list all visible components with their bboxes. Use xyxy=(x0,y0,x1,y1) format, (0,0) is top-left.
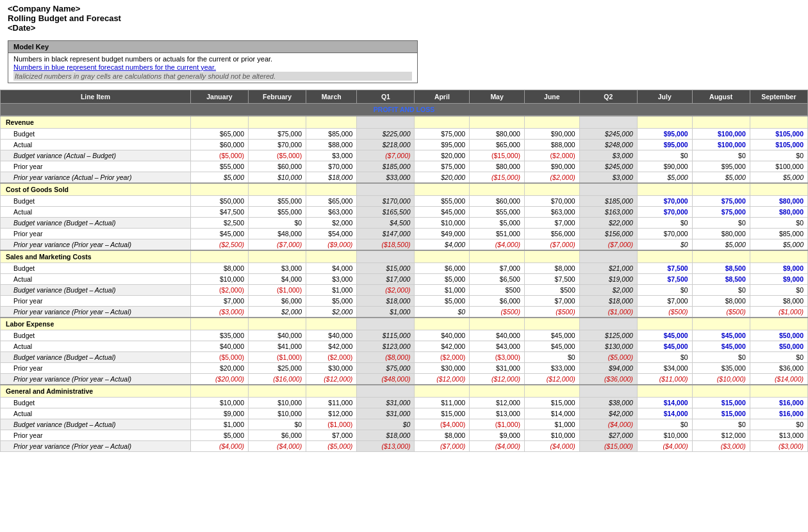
value-cell: $15,000 xyxy=(692,408,750,419)
value-cell: $22,000 xyxy=(579,218,637,229)
section-title-1: Cost of Goods Sold xyxy=(1,183,191,196)
value-cell: $9,000 xyxy=(470,430,525,441)
line-item-label: Actual xyxy=(1,408,191,419)
table-row: Budget$10,000$10,000$11,000$31,000$11,00… xyxy=(1,398,808,408)
value-cell: $5,000 xyxy=(190,430,248,441)
empty-cell xyxy=(415,250,470,263)
value-cell: ($3,000) xyxy=(190,307,248,318)
value-cell: $3,000 xyxy=(579,172,637,184)
empty-cell xyxy=(750,318,807,330)
value-cell: $70,000 xyxy=(637,196,692,207)
value-cell: ($4,000) xyxy=(470,239,525,251)
value-cell: $50,000 xyxy=(190,196,248,207)
line-item-label: Budget variance (Budget – Actual) xyxy=(1,218,191,229)
value-cell: $8,500 xyxy=(692,263,750,274)
empty-cell xyxy=(637,183,692,196)
table-row: Prior year$45,000$48,000$54,000$147,000$… xyxy=(1,229,808,239)
value-cell: $51,000 xyxy=(470,229,525,239)
value-cell: $65,000 xyxy=(470,140,525,150)
value-cell: $1,000 xyxy=(415,285,470,296)
value-cell: $4,000 xyxy=(306,263,357,274)
col-january: January xyxy=(190,90,248,104)
value-cell: $42,000 xyxy=(415,341,470,352)
line-item-label: Budget xyxy=(1,196,191,207)
value-cell: $50,000 xyxy=(750,341,807,352)
value-cell: ($8,000) xyxy=(357,352,415,363)
empty-cell xyxy=(357,116,415,129)
value-cell: $245,000 xyxy=(579,129,637,140)
value-cell: $60,000 xyxy=(470,196,525,207)
value-cell: ($2,000) xyxy=(357,285,415,296)
value-cell: $5,000 xyxy=(306,296,357,307)
section-title-2: Sales and Marketing Costs xyxy=(1,250,191,263)
value-cell: $33,000 xyxy=(357,172,415,184)
value-cell: $3,000 xyxy=(579,150,637,161)
value-cell: $50,000 xyxy=(750,330,807,341)
table-row: Prior year$7,000$6,000$5,000$18,000$5,00… xyxy=(1,296,808,307)
empty-cell xyxy=(306,183,357,196)
empty-cell xyxy=(692,318,750,330)
value-cell: $63,000 xyxy=(306,207,357,218)
table-row: Prior year$5,000$6,000$7,000$18,000$8,00… xyxy=(1,430,808,441)
value-cell: $3,000 xyxy=(306,150,357,161)
empty-cell xyxy=(524,183,579,196)
value-cell: ($12,000) xyxy=(524,374,579,385)
empty-cell xyxy=(750,116,807,129)
value-cell: $5,000 xyxy=(190,172,248,184)
line-item-label: Budget xyxy=(1,129,191,140)
value-cell: $10,000 xyxy=(190,274,248,285)
value-cell: ($15,000) xyxy=(579,441,637,452)
model-key-line2: Numbers in blue represent forecast numbe… xyxy=(13,63,412,71)
value-cell: $14,000 xyxy=(637,408,692,419)
value-cell: ($3,000) xyxy=(470,352,525,363)
value-cell: ($12,000) xyxy=(415,374,470,385)
line-item-label: Prior year xyxy=(1,363,191,374)
line-item-label: Prior year variance (Prior year – Actual… xyxy=(1,441,191,452)
empty-cell xyxy=(190,385,248,398)
value-cell: $1,000 xyxy=(190,419,248,430)
value-cell: $80,000 xyxy=(692,229,750,239)
value-cell: $75,000 xyxy=(415,129,470,140)
value-cell: ($4,000) xyxy=(415,419,470,430)
value-cell: $45,000 xyxy=(524,330,579,341)
value-cell: $0 xyxy=(692,419,750,430)
model-key-header: Model Key xyxy=(8,41,417,53)
empty-cell xyxy=(190,183,248,196)
value-cell: ($5,000) xyxy=(190,352,248,363)
value-cell: $40,000 xyxy=(415,330,470,341)
empty-cell xyxy=(524,318,579,330)
empty-cell xyxy=(750,250,807,263)
value-cell: $20,000 xyxy=(190,363,248,374)
value-cell: $36,000 xyxy=(750,363,807,374)
value-cell: $185,000 xyxy=(357,161,415,172)
line-item-label: Prior year variance (Prior year – Actual… xyxy=(1,374,191,385)
empty-cell xyxy=(524,385,579,398)
value-cell: $56,000 xyxy=(524,229,579,239)
value-cell: $11,000 xyxy=(415,398,470,408)
value-cell: $2,000 xyxy=(249,307,306,318)
line-item-label: Budget variance (Budget – Actual) xyxy=(1,419,191,430)
value-cell: ($3,000) xyxy=(750,441,807,452)
value-cell: $48,000 xyxy=(249,229,306,239)
table-row: Prior year variance (Prior year – Actual… xyxy=(1,441,808,452)
model-key-line1: Numbers in black represent budget number… xyxy=(13,55,412,63)
value-cell: $40,000 xyxy=(470,330,525,341)
value-cell: ($2,000) xyxy=(306,352,357,363)
main-table-wrapper: Line Item January February March Q1 Apri… xyxy=(0,90,808,452)
empty-cell xyxy=(524,250,579,263)
value-cell: $75,000 xyxy=(692,207,750,218)
empty-cell xyxy=(524,116,579,129)
value-cell: $20,000 xyxy=(415,150,470,161)
value-cell: $0 xyxy=(249,218,306,229)
value-cell: $80,000 xyxy=(750,207,807,218)
empty-cell xyxy=(579,116,637,129)
value-cell: $65,000 xyxy=(190,129,248,140)
table-row: Budget variance (Budget – Actual)$2,500$… xyxy=(1,218,808,229)
value-cell: $3,000 xyxy=(249,263,306,274)
table-row: Actual$40,000$41,000$42,000$123,000$42,0… xyxy=(1,341,808,352)
line-item-label: Budget variance (Budget – Actual) xyxy=(1,352,191,363)
value-cell: $40,000 xyxy=(190,341,248,352)
table-row: Budget$65,000$75,000$85,000$225,000$75,0… xyxy=(1,129,808,140)
line-item-label: Budget variance (Budget – Actual) xyxy=(1,285,191,296)
value-cell: $7,000 xyxy=(524,296,579,307)
